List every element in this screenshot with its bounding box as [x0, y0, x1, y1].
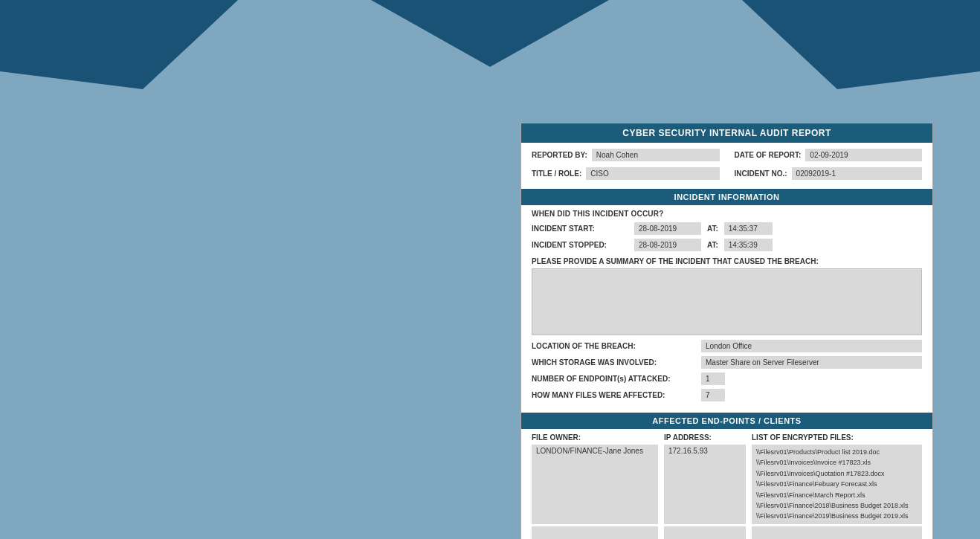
- bg-decoration-right: [742, 0, 980, 89]
- incident-section-header: INCIDENT INFORMATION: [521, 189, 932, 205]
- incident-no-label: INCIDENT NO.:: [735, 170, 787, 178]
- owner-empty-2: [532, 526, 658, 539]
- incident-stopped-date: 28-08-2019: [634, 239, 701, 251]
- date-group: DATE OF REPORT: 02-09-2019: [735, 149, 923, 161]
- incident-body: WHEN DID THIS INCIDENT OCCUR? INCIDENT S…: [521, 205, 932, 410]
- bg-decoration-left: [0, 0, 238, 89]
- endpoints-body: FILE OWNER: IP ADDRESS: LIST OF ENCRYPTE…: [521, 429, 932, 539]
- file-owner-col-header: FILE OWNER:: [532, 433, 658, 442]
- incident-stopped-row: INCIDENT STOPPED: 28-08-2019 AT: 14:35:3…: [532, 239, 922, 251]
- ip-empty-2: [664, 526, 746, 539]
- title-role-label: TITLE / ROLE:: [532, 170, 581, 178]
- date-label: DATE OF REPORT:: [735, 151, 802, 159]
- reported-by-value: Noah Cohen: [592, 149, 720, 161]
- storage-row: WHICH STORAGE WAS INVOLVED: Master Share…: [532, 356, 922, 369]
- incident-no-group: INCIDENT NO.: 02092019-1: [735, 167, 923, 180]
- report-container: CYBER SECURITY INTERNAL AUDIT REPORT REP…: [520, 123, 933, 539]
- location-value: London Office: [701, 340, 922, 352]
- incident-start-at: AT:: [707, 225, 718, 233]
- incident-start-row: INCIDENT START: 28-08-2019 AT: 14:35:37: [532, 222, 922, 235]
- files-affected-row: HOW MANY FILES WERE AFFECTED: 7: [532, 389, 922, 401]
- endpoints-col-headers: FILE OWNER: IP ADDRESS: LIST OF ENCRYPTE…: [532, 433, 922, 442]
- date-value: 02-09-2019: [805, 149, 922, 161]
- affected-section-header: AFFECTED END-POINTS / CLIENTS: [521, 413, 932, 429]
- incident-start-date: 28-08-2019: [634, 222, 701, 235]
- reported-by-label: REPORTED BY:: [532, 151, 587, 159]
- summary-textarea[interactable]: [532, 268, 922, 335]
- endpoints-label: NUMBER OF ENDPOINT(s) ATTACKED:: [532, 375, 695, 383]
- location-label: LOCATION OF THE BREACH:: [532, 342, 695, 350]
- endpoints-data-row-1: LONDON/FINANCE-Jane Jones 172.16.5.93 \\…: [532, 445, 922, 524]
- storage-value: Master Share on Server Fileserver: [701, 356, 922, 369]
- encrypted-files-list: \\Filesrv01\Products\Product list 2019.d…: [752, 445, 922, 524]
- incident-start-label: INCIDENT START:: [532, 225, 628, 233]
- bg-decoration-center: [341, 0, 639, 67]
- title-role-value: CISO: [586, 167, 719, 180]
- owner-value: LONDON/FINANCE-Jane Jones: [532, 445, 658, 524]
- storage-label: WHICH STORAGE WAS INVOLVED:: [532, 358, 695, 367]
- files-affected-value: 7: [701, 389, 725, 401]
- reported-by-group: REPORTED BY: Noah Cohen: [532, 149, 720, 161]
- incident-stopped-at: AT:: [707, 241, 718, 249]
- when-question: WHEN DID THIS INCIDENT OCCUR?: [532, 210, 922, 218]
- top-fields-row: REPORTED BY: Noah Cohen DATE OF REPORT: …: [521, 143, 932, 167]
- ip-col-header: IP ADDRESS:: [664, 433, 746, 442]
- location-row: LOCATION OF THE BREACH: London Office: [532, 340, 922, 352]
- ip-value: 172.16.5.93: [664, 445, 746, 524]
- report-title: CYBER SECURITY INTERNAL AUDIT REPORT: [521, 123, 932, 143]
- files-col-header: LIST OF ENCRYPTED FILES:: [752, 433, 922, 442]
- incident-stopped-label: INCIDENT STOPPED:: [532, 241, 628, 249]
- summary-label: PLEASE PROVIDE A SUMMARY OF THE INCIDENT…: [532, 257, 922, 265]
- incident-no-value: 02092019-1: [792, 167, 922, 180]
- files-empty-2: [752, 526, 922, 539]
- title-role-group: TITLE / ROLE: CISO: [532, 167, 720, 180]
- endpoints-value: 1: [701, 372, 725, 385]
- files-affected-label: HOW MANY FILES WERE AFFECTED:: [532, 391, 695, 399]
- endpoints-row: NUMBER OF ENDPOINT(s) ATTACKED: 1: [532, 372, 922, 385]
- title-incident-row: TITLE / ROLE: CISO INCIDENT NO.: 0209201…: [521, 167, 932, 186]
- incident-stopped-time: 14:35:39: [724, 239, 773, 251]
- endpoints-data-row-2: [532, 526, 922, 539]
- incident-start-time: 14:35:37: [724, 222, 773, 235]
